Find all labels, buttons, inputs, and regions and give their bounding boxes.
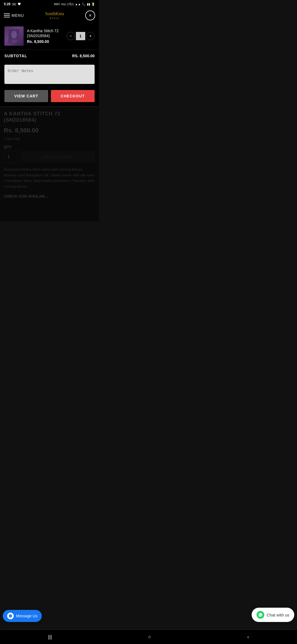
quantity-increase-button[interactable]: + [86,32,95,40]
menu-label[interactable]: MENU [12,13,24,18]
product-image: Saree [9,29,20,43]
qty-row: ADD TO CART [4,151,95,163]
view-cart-button[interactable]: VIEW CART [4,90,48,102]
cart-item-thumbnail: Saree [4,26,24,46]
status-time: 5:29 [4,2,21,6]
cart-item-details: A Kantha Stitch 72 (SN2018584) Rs. 8,500… [27,28,63,44]
close-button[interactable]: × [85,10,95,20]
svg-point-3 [11,31,17,39]
cod-section: CHECK COD AVAILAB... [4,194,95,198]
menu-button[interactable] [4,13,10,17]
subtotal-label: SUBTOTAL [4,54,27,58]
cart-item: Saree A Kantha Stitch 72 (SN2018584) Rs.… [0,23,99,50]
order-notes-section [0,62,99,89]
subtotal-value: RS. 8,500.00 [72,54,95,58]
stock-info: 1 item left [4,137,95,141]
svg-point-1 [13,4,15,5]
status-bar: 5:29 WiFi Vo) LTE1 ▲▲ 📞 ▮▮ 🔋 [0,0,99,8]
quantity-display: 1 [76,32,85,40]
qty-input[interactable] [4,151,18,163]
cart-item-price: Rs. 8,500.00 [27,39,63,44]
status-icons: WiFi Vo) LTE1 ▲▲ 📞 ▮▮ 🔋 [54,2,95,6]
product-description: Exclusive Kantha stitch saree with runni… [4,167,95,190]
checkout-button[interactable]: CHECKOUT [51,90,95,102]
quantity-control: − 1 + [67,32,95,40]
qty-section: QTY ADD TO CART [4,145,95,163]
qty-label: QTY [4,145,95,149]
product-title: A KANTHA STITCH 72 (SN2018584) [4,111,95,124]
logo: SonthKnta Store [45,11,64,20]
heart-icon [18,2,21,6]
subtotal-row: SUBTOTAL RS. 8,500.00 [0,50,99,62]
photo-icon [12,3,16,6]
order-notes-input[interactable] [4,65,95,84]
header-left: MENU [4,13,24,18]
product-page: A KANTHA STITCH 72 (SN2018584) Rs. 8,500… [0,107,99,222]
add-to-cart-button[interactable]: ADD TO CART [20,151,95,162]
cart-dropdown: Saree A Kantha Stitch 72 (SN2018584) Rs.… [0,23,99,107]
cart-item-name: A Kantha Stitch 72 (SN2018584) [27,28,63,38]
header: MENU SonthKnta Store × [0,8,99,23]
quantity-decrease-button[interactable]: − [67,32,75,40]
product-price: Rs. 8,500.00 [4,127,95,134]
cart-actions: VIEW CART CHECKOUT [0,89,99,107]
svg-text:Saree: Saree [13,41,16,43]
